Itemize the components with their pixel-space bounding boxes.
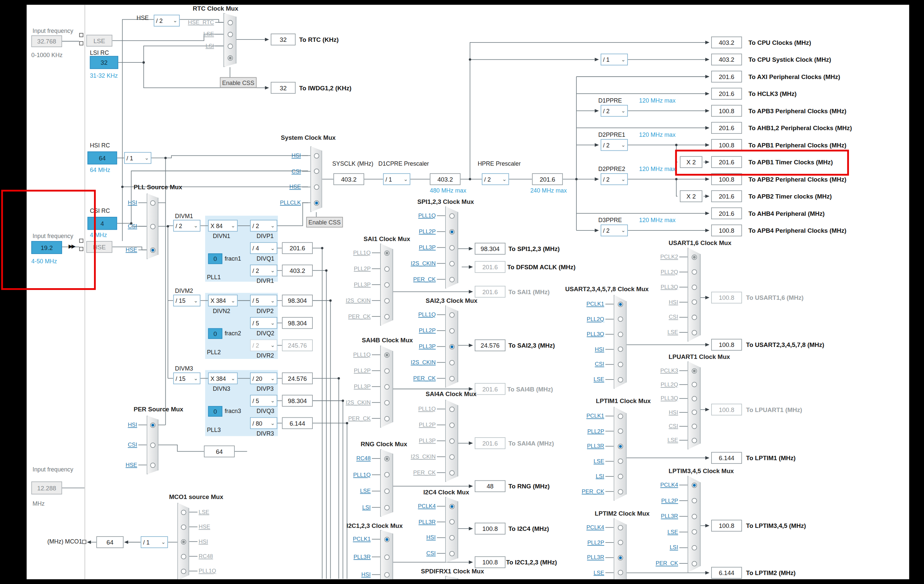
pin-connector[interactable] bbox=[82, 540, 86, 544]
lptim345-clock-mux-radio-1[interactable] bbox=[691, 498, 696, 503]
pll-source-mux-radio-0[interactable] bbox=[150, 200, 155, 206]
usart16-clock-mux-radio-4[interactable] bbox=[691, 315, 696, 320]
sai23-clock-mux-radio-0[interactable] bbox=[449, 312, 454, 317]
fracn1-value[interactable]: 0 bbox=[208, 253, 223, 264]
usart16-clock-mux-radio-2[interactable] bbox=[691, 285, 696, 290]
sai23-clock-mux-radio-3[interactable] bbox=[449, 360, 454, 365]
mco1-source-mux-radio-4[interactable] bbox=[181, 568, 186, 574]
divp2-dropdown[interactable]: / 5⌄ bbox=[250, 295, 277, 307]
lptim1-clock-mux-radio-1[interactable] bbox=[617, 429, 623, 434]
systick-divider[interactable]: / 1⌄ bbox=[601, 54, 628, 66]
d3ppre-divider[interactable]: / 2⌄ bbox=[601, 224, 628, 236]
system-clock-mux-radio-0[interactable] bbox=[314, 153, 319, 158]
lptim345-clock-mux-radio-5[interactable] bbox=[691, 561, 696, 566]
fracn3-value[interactable]: 0 bbox=[208, 406, 223, 417]
spi123-clock-mux-radio-4[interactable] bbox=[449, 277, 454, 282]
sai4a-clock-mux-radio-2[interactable] bbox=[449, 438, 454, 444]
rtc-clock-mux-radio-3[interactable] bbox=[228, 55, 233, 60]
sai4a-clock-mux-radio-1[interactable] bbox=[449, 422, 454, 427]
enable-css-button-rtc[interactable]: Enable CSS bbox=[220, 78, 256, 88]
hsi-rc-value[interactable]: 64 bbox=[87, 152, 117, 164]
usart2345678-clock-mux-radio-4[interactable] bbox=[617, 362, 623, 367]
sai4a-clock-mux-radio-0[interactable] bbox=[449, 406, 454, 412]
sai4b-clock-mux-radio-1[interactable] bbox=[384, 368, 389, 373]
sai23-clock-mux-radio-4[interactable] bbox=[449, 376, 454, 381]
i2c123-clock-mux-radio-1[interactable] bbox=[384, 554, 389, 559]
lptim1-clock-mux-radio-2[interactable] bbox=[617, 444, 623, 449]
sai4a-clock-mux-radio-4[interactable] bbox=[449, 470, 454, 475]
sai4b-clock-mux-radio-2[interactable] bbox=[384, 384, 389, 389]
fracn2-value[interactable]: 0 bbox=[208, 328, 223, 339]
system-clock-mux-radio-3[interactable] bbox=[314, 200, 319, 206]
lsi-rc-value[interactable]: 32 bbox=[90, 56, 118, 69]
divq2-dropdown[interactable]: / 5⌄ bbox=[250, 317, 277, 329]
rtc-hse-divider[interactable]: / 2⌄ bbox=[154, 15, 180, 26]
pll-source-mux-radio-2[interactable] bbox=[150, 247, 155, 252]
spi123-clock-mux-radio-3[interactable] bbox=[449, 261, 454, 266]
lptim345-clock-mux-radio-4[interactable] bbox=[691, 545, 696, 551]
divn1-dropdown[interactable]: X 84⌄ bbox=[208, 220, 238, 232]
d2ppre2-divider[interactable]: / 2⌄ bbox=[601, 173, 628, 185]
lpuart1-clock-mux-radio-4[interactable] bbox=[691, 424, 696, 429]
i2c4-clock-mux-radio-2[interactable] bbox=[449, 535, 454, 540]
lptim345-clock-mux-radio-2[interactable] bbox=[691, 514, 696, 519]
sai4b-clock-mux-radio-3[interactable] bbox=[384, 400, 389, 405]
lpuart1-clock-mux-radio-5[interactable] bbox=[691, 437, 696, 443]
d1ppre-divider[interactable]: / 2⌄ bbox=[601, 105, 628, 117]
sai1-clock-mux-radio-1[interactable] bbox=[384, 266, 389, 271]
lptim2-clock-mux-radio-0[interactable] bbox=[617, 525, 623, 530]
rtc-clock-mux-radio-1[interactable] bbox=[228, 31, 233, 37]
sai1-clock-mux-radio-2[interactable] bbox=[384, 282, 389, 287]
enable-css-button-system[interactable]: Enable CSS bbox=[306, 217, 343, 228]
hpre-prescaler[interactable]: / 2⌄ bbox=[482, 173, 509, 185]
mco1-source-mux-radio-1[interactable] bbox=[181, 524, 186, 530]
mco1-source-mux-radio-0[interactable] bbox=[181, 509, 186, 515]
pin-connector[interactable] bbox=[79, 33, 83, 37]
usart2345678-clock-mux-radio-2[interactable] bbox=[617, 332, 623, 337]
lptim345-clock-mux-radio-0[interactable] bbox=[691, 482, 696, 488]
mco1-source-mux-radio-2[interactable] bbox=[181, 539, 186, 544]
lptim1-clock-mux-radio-0[interactable] bbox=[617, 413, 623, 419]
i2c4-clock-mux-radio-0[interactable] bbox=[449, 504, 454, 509]
lpuart1-clock-mux-radio-0[interactable] bbox=[691, 368, 696, 373]
pin-connector[interactable] bbox=[79, 41, 83, 45]
i2c123-clock-mux-radio-0[interactable] bbox=[384, 536, 389, 542]
usart16-clock-mux-radio-1[interactable] bbox=[691, 269, 696, 275]
divn2-dropdown[interactable]: X 384⌄ bbox=[208, 295, 238, 307]
per-source-mux-radio-0[interactable] bbox=[150, 422, 155, 427]
usart16-clock-mux-radio-0[interactable] bbox=[691, 254, 696, 260]
sai4b-clock-mux-radio-4[interactable] bbox=[384, 416, 389, 421]
divr3-dropdown[interactable]: / 80⌄ bbox=[250, 417, 277, 429]
mco1-divider[interactable]: / 1⌄ bbox=[141, 536, 168, 548]
d2ppre1-divider[interactable]: / 2⌄ bbox=[601, 139, 628, 151]
divm3-dropdown[interactable]: / 15⌄ bbox=[173, 373, 201, 384]
divm1-dropdown[interactable]: / 2⌄ bbox=[173, 220, 201, 232]
per-source-mux-radio-1[interactable] bbox=[150, 442, 155, 447]
divn3-dropdown[interactable]: X 384⌄ bbox=[208, 373, 238, 384]
rng-clock-mux-radio-2[interactable] bbox=[384, 488, 389, 494]
sai1-clock-mux-radio-0[interactable] bbox=[384, 250, 389, 255]
usart2345678-clock-mux-radio-0[interactable] bbox=[617, 302, 623, 307]
divr2-dropdown[interactable]: / 2⌄ bbox=[250, 339, 277, 351]
divp3-dropdown[interactable]: / 20⌄ bbox=[250, 373, 277, 384]
spi123-clock-mux-radio-0[interactable] bbox=[449, 213, 454, 218]
lptim1-clock-mux-radio-5[interactable] bbox=[617, 489, 623, 494]
usart2345678-clock-mux-radio-1[interactable] bbox=[617, 317, 623, 322]
rtc-clock-mux-radio-2[interactable] bbox=[228, 43, 233, 48]
divq3-dropdown[interactable]: / 5⌄ bbox=[250, 395, 277, 407]
pll-source-mux-radio-1[interactable] bbox=[150, 224, 155, 229]
sai23-clock-mux-radio-1[interactable] bbox=[449, 328, 454, 333]
divp1-dropdown[interactable]: / 2⌄ bbox=[250, 220, 277, 232]
spi123-clock-mux-radio-1[interactable] bbox=[449, 229, 454, 234]
sai1-clock-mux-radio-4[interactable] bbox=[384, 314, 389, 319]
mco1-source-mux-radio-3[interactable] bbox=[181, 554, 186, 559]
i2c4-clock-mux-radio-3[interactable] bbox=[449, 551, 454, 556]
d1cpre-prescaler[interactable]: / 1⌄ bbox=[383, 173, 410, 185]
usart2345678-clock-mux-radio-5[interactable] bbox=[617, 377, 623, 382]
lptim2-clock-mux-radio-2[interactable] bbox=[617, 555, 623, 560]
lptim1-clock-mux-radio-4[interactable] bbox=[617, 474, 623, 479]
per-source-mux-radio-2[interactable] bbox=[150, 462, 155, 467]
usart16-clock-mux-radio-5[interactable] bbox=[691, 330, 696, 335]
divr1-dropdown[interactable]: / 2⌄ bbox=[250, 265, 277, 277]
system-clock-mux-radio-2[interactable] bbox=[314, 184, 319, 190]
